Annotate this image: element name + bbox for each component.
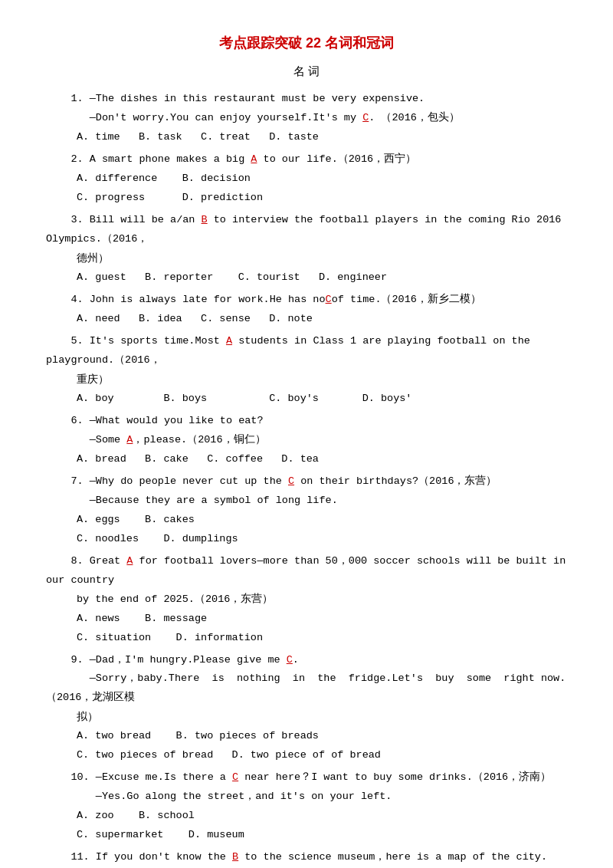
question-1-options: A. time B. task C. treat D. taste: [77, 128, 567, 147]
question-6-options: A. bread B. cake C. coffee D. tea: [77, 450, 567, 469]
question-3-text: 3. Bill will be a/an B to interview the …: [46, 211, 567, 249]
answer-4: C: [326, 294, 332, 305]
answer-5: A: [226, 335, 232, 347]
question-4-options: A. need B. idea C. sense D. note: [77, 310, 567, 329]
question-9-options1: A. two bread B. two pieces of breads: [77, 727, 567, 746]
question-7-options2: C. noodles D. dumplings: [77, 530, 567, 549]
question-2-options2: C. progress D. prediction: [77, 189, 567, 208]
question-6-dialog2: —Some A，please.（2016，铜仁）: [46, 431, 567, 450]
question-8-options2: C. situation D. information: [77, 629, 567, 648]
question-1-dialog2: —Don't worry.You can enjoy yourself.It's…: [46, 109, 567, 128]
page-title: 考点跟踪突破 22 名词和冠词: [46, 31, 567, 55]
question-4-text: 4. John is always late for work.He has n…: [46, 291, 567, 310]
question-10: 10. —Excuse me.Is there a C near here？I …: [46, 768, 567, 845]
answer-10: C: [232, 771, 238, 783]
question-10-options2: C. supermarket D. museum: [77, 826, 567, 845]
question-5: 5. It's sports time.Most A students in C…: [46, 332, 567, 409]
question-6: 6. —What would you like to eat? —Some A，…: [46, 412, 567, 469]
question-5-text: 5. It's sports time.Most A students in C…: [46, 332, 567, 370]
question-5-options: A. boy B. boys C. boy's D. boys': [77, 390, 567, 409]
question-1-text: 1. —The dishes in this restaurant must b…: [46, 90, 567, 109]
question-2-options1: A. difference B. decision: [77, 169, 567, 189]
question-10-options1: A. zoo B. school: [77, 807, 567, 826]
question-7-options1: A. eggs B. cakes: [77, 511, 567, 530]
answer-6: A: [126, 434, 133, 446]
question-8-options1: A. news B. message: [77, 610, 567, 629]
question-3-location: 德州）: [77, 249, 567, 268]
answer-7: C: [288, 475, 294, 487]
question-8-text: 8. Great A for football lovers—more than…: [46, 552, 567, 590]
question-2-text: 2. A smart phone makes a big A to our li…: [46, 150, 567, 169]
question-7-dialog1: 7. —Why do people never cut up the C on …: [46, 472, 567, 492]
answer-9: C: [287, 654, 293, 666]
question-7-dialog2: —Because they are a symbol of long life.: [46, 492, 567, 511]
question-2: 2. A smart phone makes a big A to our li…: [46, 150, 567, 208]
answer-2: A: [251, 153, 257, 165]
question-5-location: 重庆）: [77, 370, 567, 390]
question-9-location: 拟）: [77, 708, 567, 727]
question-9-options2: C. two pieces of bread D. two piece of o…: [77, 746, 567, 765]
question-8-continuation: by the end of 2025.（2016，东营）: [77, 590, 567, 610]
question-3-options: A. guest B. reporter C. tourist D. engin…: [77, 268, 567, 288]
answer-8: A: [126, 555, 133, 567]
section-title: 名 词: [46, 61, 567, 82]
question-11-text: 11. If you don't know the B to the scien…: [46, 848, 567, 868]
question-6-dialog1: 6. —What would you like to eat?: [46, 412, 567, 431]
answer-3: B: [202, 214, 208, 225]
question-9-dialog1: 9. —Dad，I'm hungry.Please give me C.: [46, 651, 567, 670]
question-10-dialog1: 10. —Excuse me.Is there a C near here？I …: [46, 768, 567, 787]
question-8: 8. Great A for football lovers—more than…: [46, 552, 567, 648]
question-9: 9. —Dad，I'm hungry.Please give me C. —So…: [46, 651, 567, 766]
question-4: 4. John is always late for work.He has n…: [46, 291, 567, 329]
question-3: 3. Bill will be a/an B to interview the …: [46, 211, 567, 288]
questions-container: 1. —The dishes in this restaurant must b…: [46, 90, 567, 868]
answer-1: C: [362, 112, 369, 123]
question-1: 1. —The dishes in this restaurant must b…: [46, 90, 567, 147]
question-10-dialog2: —Yes.Go along the street，and it's on you…: [46, 787, 567, 807]
question-7: 7. —Why do people never cut up the C on …: [46, 472, 567, 549]
answer-11: B: [232, 851, 238, 863]
question-9-dialog2: —Sorry，baby.There is nothing in the frid…: [46, 669, 567, 708]
question-11: 11. If you don't know the B to the scien…: [46, 848, 567, 868]
